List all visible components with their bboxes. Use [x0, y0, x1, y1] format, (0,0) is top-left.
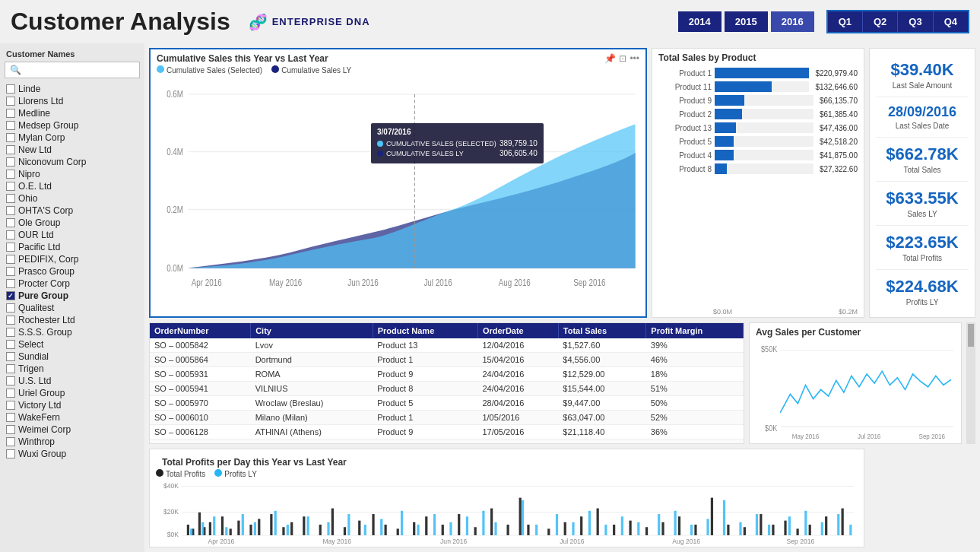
svg-rect-75 — [809, 525, 811, 535]
list-item[interactable]: Procter Corp — [5, 278, 140, 290]
svg-rect-48 — [397, 528, 399, 535]
list-item[interactable]: PEDIFIX, Corp — [5, 253, 140, 265]
customer-checkbox — [6, 279, 15, 288]
list-item[interactable]: U.S. Ltd — [5, 375, 140, 387]
table-row[interactable]: SO – 0005864DortmundProduct 115/04/2016$… — [150, 353, 744, 367]
svg-rect-113 — [768, 525, 770, 535]
customer-checkbox — [6, 389, 15, 398]
customer-checkbox — [6, 109, 15, 118]
svg-rect-103 — [604, 525, 607, 535]
pin-icon[interactable]: 📌 — [604, 53, 616, 64]
list-item[interactable]: Wuxi Group — [5, 448, 140, 460]
table-scrollbar[interactable] — [966, 322, 975, 444]
svg-text:Jul 2016: Jul 2016 — [560, 538, 585, 545]
list-item[interactable]: Linde — [5, 83, 140, 95]
svg-rect-57 — [527, 525, 529, 535]
search-input[interactable] — [21, 65, 135, 75]
list-item[interactable]: Nipro — [5, 168, 140, 180]
customer-name: Pacific Ltd — [18, 242, 60, 252]
list-item[interactable]: Qualitest — [5, 302, 140, 314]
list-item[interactable]: Medsep Group — [5, 119, 140, 132]
profits-header: Total Profits per Day this Year vs Last … — [150, 449, 864, 468]
svg-text:$20K: $20K — [163, 508, 179, 516]
bar-container — [715, 163, 813, 174]
scrollbar-thumb[interactable] — [968, 324, 974, 347]
table-cell-sales: $1,527.60 — [558, 338, 646, 353]
quarter-q2-button[interactable]: Q2 — [863, 11, 898, 32]
list-item[interactable]: ✓Pure Group — [5, 290, 140, 302]
customer-checkbox — [6, 133, 15, 142]
table-scroll[interactable]: OrderNumber City Product Name OrderDate … — [150, 323, 744, 443]
list-item[interactable]: OUR Ltd — [5, 229, 140, 241]
list-item[interactable]: Pacific Ltd — [5, 241, 140, 253]
product-bar-row: Product 2$61,385.40 — [652, 107, 864, 121]
svg-rect-84 — [274, 511, 277, 535]
table-cell-date: 12/04/2016 — [477, 338, 558, 353]
list-item[interactable]: Trigen — [5, 363, 140, 375]
table-row[interactable]: SO – 0005842LvovProduct 1312/04/2016$1,5… — [150, 338, 744, 353]
cumulative-svg: 0.6M 0.4M 0.2M 0.0M — [157, 78, 639, 310]
svg-text:Apr 2016: Apr 2016 — [192, 278, 222, 288]
list-item[interactable]: Medline — [5, 107, 140, 119]
customer-name: Select — [18, 339, 43, 350]
list-item[interactable]: O.E. Ltd — [5, 180, 140, 192]
list-item[interactable]: Select — [5, 338, 140, 351]
table-row[interactable]: SO – 0005970Wroclaw (Breslau)Product 528… — [150, 396, 744, 411]
order-table-panel: OrderNumber City Product Name OrderDate … — [149, 322, 744, 444]
list-item[interactable]: Weimei Corp — [5, 424, 140, 436]
bar-value: $61,385.40 — [820, 110, 858, 119]
svg-rect-105 — [637, 522, 639, 535]
list-item[interactable]: Victory Ltd — [5, 399, 140, 411]
avg-sales-panel: Avg Sales per Customer $50K $0K May 2016… — [749, 322, 962, 444]
table-cell-sales: $4,556.00 — [558, 353, 646, 367]
svg-rect-38 — [270, 514, 272, 535]
list-item[interactable]: Winthrop — [5, 436, 140, 448]
list-item[interactable]: Sundial — [5, 351, 140, 363]
svg-text:Jul 2016: Jul 2016 — [423, 278, 452, 288]
customer-checkbox — [6, 413, 15, 422]
list-item[interactable]: Rochester Ltd — [5, 314, 140, 326]
table-cell-margin: 52% — [646, 411, 744, 425]
table-cell-sales: $9,447.00 — [558, 396, 646, 411]
svg-rect-91 — [401, 511, 403, 535]
list-item[interactable]: Niconovum Corp — [5, 156, 140, 168]
customer-checkbox — [6, 194, 15, 203]
search-box[interactable]: 🔍 — [5, 62, 140, 78]
more-icon[interactable]: ••• — [630, 53, 639, 64]
expand-icon[interactable]: ⊡ — [619, 53, 626, 64]
list-item[interactable]: Ohio — [5, 192, 140, 205]
quarter-q4-button[interactable]: Q4 — [934, 11, 968, 32]
table-total-cell — [251, 439, 373, 444]
year-2016-button[interactable]: 2016 — [771, 11, 814, 32]
table-row[interactable]: SO – 0006010Milano (Milan)Product 11/05/… — [150, 411, 744, 425]
table-cell-order: SO – 0005931 — [150, 367, 251, 382]
year-2015-button[interactable]: 2015 — [725, 11, 768, 32]
list-item[interactable]: Llorens Ltd — [5, 95, 140, 107]
list-item[interactable]: Uriel Group — [5, 387, 140, 399]
list-item[interactable]: New Ltd — [5, 144, 140, 156]
table-row[interactable]: SO – 0005941VILNIUSProduct 824/04/2016$1… — [150, 382, 744, 396]
quarter-q1-button[interactable]: Q1 — [828, 11, 863, 32]
table-row[interactable]: SO – 0006128ATHINAI (Athens)Product 917/… — [150, 425, 744, 439]
quarter-q3-button[interactable]: Q3 — [898, 11, 933, 32]
customer-name: Uriel Group — [18, 388, 65, 398]
table-row[interactable]: SO – 0005931ROMAProduct 924/04/2016$12,5… — [150, 367, 744, 382]
table-cell-margin: 46% — [646, 353, 744, 367]
quarter-filters: Q1 Q2 Q3 Q4 — [826, 10, 969, 33]
svg-rect-106 — [658, 514, 660, 535]
list-item[interactable]: Ole Group — [5, 217, 140, 229]
svg-rect-99 — [535, 525, 538, 535]
logo-text: ENTERPRISE DNA — [272, 16, 370, 27]
bar-value: $220,979.40 — [815, 69, 858, 78]
svg-rect-108 — [690, 525, 693, 535]
list-item[interactable]: OHTA'S Corp — [5, 205, 140, 217]
year-2014-button[interactable]: 2014 — [678, 11, 722, 32]
list-item[interactable]: S.S.S. Group — [5, 326, 140, 338]
bar-value: $27,322.60 — [820, 165, 858, 173]
list-item[interactable]: Prasco Group — [5, 265, 140, 278]
svg-rect-102 — [588, 511, 591, 535]
product-label: Product 4 — [658, 151, 712, 160]
bar-fill — [715, 163, 727, 174]
list-item[interactable]: Mylan Corp — [5, 132, 140, 144]
list-item[interactable]: WakeFern — [5, 411, 140, 424]
